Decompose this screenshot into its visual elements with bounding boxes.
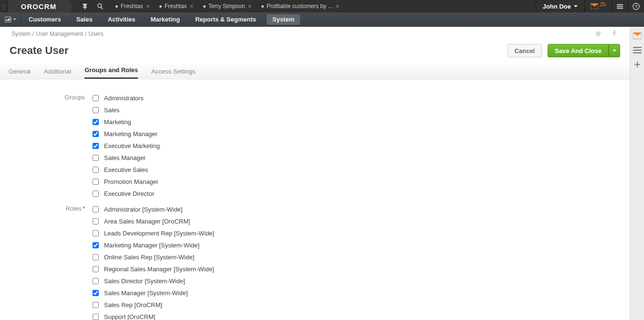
role-label: Regional Sales Manager [System-Wide] [104,266,214,273]
nav-activities[interactable]: Activities [100,16,143,23]
group-checkbox[interactable] [93,179,99,185]
group-checkbox[interactable] [93,95,99,101]
role-label: Area Sales Manager [OroCRM] [104,218,190,225]
group-item[interactable]: Sales Manager [91,153,160,162]
svg-rect-3 [5,20,7,21]
groups-label: Groups [10,94,91,101]
group-item[interactable]: Promotion Manager [91,177,160,186]
bullet-icon [261,5,264,8]
top-tab[interactable]: Profitable customers by ...× [257,0,344,12]
group-item[interactable]: Marketing [91,117,160,127]
group-label: Sales Manager [104,154,145,161]
role-checkbox[interactable] [93,206,99,213]
brand-logo[interactable]: OROCRM [8,0,70,12]
shortcut-menu[interactable] [0,12,21,26]
group-checkbox[interactable] [93,107,99,113]
group-label: Promotion Manager [104,178,158,185]
role-item[interactable]: Administrator [System-Wide] [91,205,214,214]
bullet-icon [115,5,118,8]
role-checkbox[interactable] [93,278,99,284]
group-item[interactable]: Administrators [91,94,160,103]
tab-additional[interactable]: Additional [44,68,71,79]
nav-system[interactable]: System [267,14,300,25]
grip-icon: ⋮ [0,0,8,12]
top-tab-label: Freshtax [121,3,143,10]
role-checkbox[interactable] [93,266,99,272]
sidebar-list-icon[interactable] [633,46,642,54]
svg-rect-4 [8,19,10,21]
group-checkbox[interactable] [93,155,99,161]
role-item[interactable]: Marketing Manager [System-Wide] [91,241,214,250]
role-label: Sales Director [System-Wide] [104,277,185,285]
group-checkbox[interactable] [93,167,99,173]
role-item[interactable]: Regional Sales Manager [System-Wide] [91,265,214,274]
pin-icon[interactable] [77,0,93,12]
breadcrumb-item[interactable]: Users [86,31,105,37]
user-menu[interactable]: John Doe [536,0,584,12]
group-checkbox[interactable] [93,143,99,149]
top-tab-label: Freshtax [165,3,187,10]
svg-text:?: ? [635,4,638,9]
role-label: Administrator [System-Wide] [104,206,183,213]
nav-sales[interactable]: Sales [69,16,100,23]
star-icon[interactable] [592,30,604,39]
search-icon[interactable] [93,0,108,12]
role-label: Online Sales Rep [System-Wide] [104,254,194,261]
group-item[interactable]: Executive Director [91,189,160,198]
page-title: Create User [10,44,69,57]
group-label: Marketing Manager [104,130,157,138]
pin-icon[interactable] [609,30,620,39]
group-label: Marketing [104,118,131,126]
nav-customers[interactable]: Customers [21,16,69,23]
breadcrumb: System/ User Management/ Users [0,27,630,41]
close-icon[interactable]: × [335,2,339,10]
nav-reports-segments[interactable]: Reports & Segments [187,16,264,23]
bullet-icon [203,5,206,8]
tab-general[interactable]: General [9,68,31,79]
tab-access-settings[interactable]: Access Settings [151,68,196,79]
role-item[interactable]: Sales Director [System-Wide] [91,277,214,286]
group-checkbox[interactable] [93,131,99,137]
mail-button[interactable]: 25 [584,0,612,12]
role-item[interactable]: Area Sales Manager [OroCRM] [91,217,214,226]
group-label: Executive Sales [104,166,148,173]
top-tab[interactable]: Terry Simpson× [198,0,257,12]
hamburger-icon[interactable] [612,0,628,12]
group-checkbox[interactable] [93,119,99,125]
role-item[interactable]: Online Sales Rep [System-Wide] [91,253,214,262]
close-icon[interactable]: × [248,2,251,10]
cancel-button[interactable]: Cancel [508,44,542,57]
role-checkbox[interactable] [93,254,99,260]
breadcrumb-item[interactable]: System [10,31,32,37]
envelope-icon [591,3,598,9]
role-item[interactable]: Support [OroCRM] [91,312,214,320]
close-icon[interactable]: × [190,2,194,10]
top-tab[interactable]: Freshtax× [111,0,155,12]
top-tab[interactable]: Freshtax× [155,0,198,12]
group-item[interactable]: Executive Marketing [91,141,160,150]
save-button-group[interactable]: Save And Close [548,44,620,57]
tab-groups-and-roles[interactable]: Groups and Roles [84,66,138,79]
save-and-close-button[interactable]: Save And Close [548,44,609,57]
role-checkbox[interactable] [93,314,99,320]
group-checkbox[interactable] [93,191,99,197]
role-label: Marketing Manager [System-Wide] [104,242,199,249]
group-item[interactable]: Sales [91,106,160,115]
role-item[interactable]: Leads Development Rep [System-Wide] [91,229,214,238]
role-item[interactable]: Sales Manager [System-Wide] [91,288,214,298]
role-checkbox[interactable] [93,290,99,296]
nav-marketing[interactable]: Marketing [143,16,187,23]
role-checkbox[interactable] [93,218,99,224]
role-checkbox[interactable] [93,302,99,308]
save-dropdown-toggle[interactable] [609,44,620,57]
breadcrumb-item[interactable]: User Management [34,31,85,37]
close-icon[interactable]: × [146,2,150,10]
sidebar-mail-icon[interactable] [633,32,642,40]
role-checkbox[interactable] [93,242,99,248]
role-item[interactable]: Sales Rep [OroCRM] [91,300,214,309]
role-checkbox[interactable] [93,230,99,236]
help-icon[interactable]: ? [628,0,644,12]
group-item[interactable]: Marketing Manager [91,129,160,139]
sidebar-add-icon[interactable] [633,60,642,69]
group-item[interactable]: Executive Sales [91,165,160,174]
